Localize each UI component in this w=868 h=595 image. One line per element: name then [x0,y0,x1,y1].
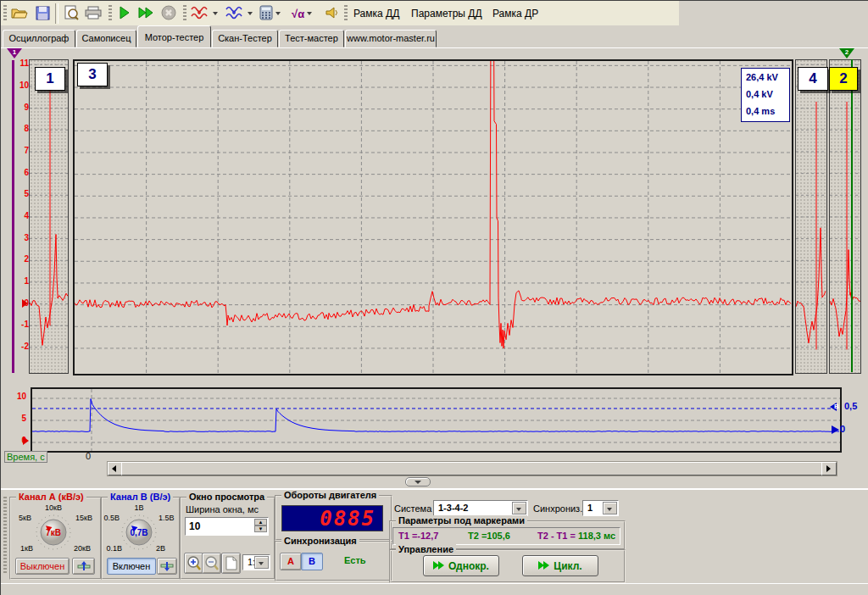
marker-params-panel: T1 =-12,7 T2 =105,6 T2 - T1 = 118,3 мс [392,527,620,545]
timeline-window[interactable] [31,387,842,453]
tab-scan-tester[interactable]: Скан-Тестер [212,30,278,47]
trace-zero-marker-icon[interactable] [832,425,839,434]
start-cycle-button[interactable] [136,3,158,25]
channel-a-knob[interactable]: 7кВ 10кВ 5кВ 15кВ 1кВ 20кВ [11,503,97,554]
channel-b-knob[interactable]: 0,7В 1В 0.5В 1.5В 0.1В 2В [103,503,175,554]
scroll-right-button[interactable] [821,462,837,475]
knob-b-scale-15: 1.5В [159,514,175,522]
cycle-run-button[interactable]: Цикл. [522,555,598,576]
system-label: Система [394,503,431,514]
single-run-button[interactable]: Однокр. [423,555,499,576]
sqrt-alpha-icon: √α [292,8,304,20]
zoom-out-icon [204,556,219,571]
zoom-ratio-combo[interactable]: 1:1 [242,554,270,570]
tab-website[interactable]: www.motor-master.ru [345,30,437,47]
channel-a-state-button[interactable]: Выключен [15,558,70,575]
save-button[interactable] [31,3,53,25]
tab-oscillograph[interactable]: Осциллограф [3,30,75,47]
channel-b-signal-button[interactable] [223,3,255,25]
channel-b-state-button[interactable]: Включен [107,558,156,575]
rpm-group: Обороты двигателя 0885 [275,495,392,541]
tab-recorder[interactable]: Самописец [76,30,136,47]
spin-down-icon[interactable]: ▼ [254,525,267,532]
double-play-icon [538,561,550,570]
readout-burn-kv: 26,4 kV [742,69,789,86]
cylinder-1-waveform [30,60,68,373]
zoom-out-button[interactable] [202,553,221,574]
combo-arrow-icon[interactable] [512,502,526,514]
math-function-button[interactable]: √α [290,3,322,25]
double-play-icon [433,561,445,570]
new-view-button[interactable] [221,553,241,574]
cylinder-label-2-selected[interactable]: 2 [829,67,858,91]
sync-num-combo[interactable]: 1 [582,500,619,516]
toolbar-separator [55,3,58,24]
control-group: Управление Однокр. Цикл. [389,549,626,583]
cylinder-window-2[interactable] [829,59,861,374]
stop-icon [161,5,176,22]
menu-ramka-dr[interactable]: Рамка ДР [487,7,543,21]
main-scope-window[interactable] [73,59,793,375]
channel-b-level-button[interactable] [157,558,177,575]
knob-a-scale-15: 15кВ [75,514,92,522]
zoom-in-button[interactable] [184,553,203,574]
threshold-marker-letter: В [834,403,839,410]
panel-collapse-button[interactable] [405,477,431,487]
combo-arrow-icon[interactable] [254,556,269,569]
channel-a-group: Канал А (кВ/э) 7кВ 10кВ 5кВ 15кВ 1кВ 20к… [9,497,102,580]
play-icon [118,6,131,21]
rpm-title: Обороты двигателя [281,490,379,500]
sync-status: Есть [344,555,366,565]
marker-t2-handle[interactable]: 2 [839,48,854,58]
cylinder-label-1[interactable]: 1 [35,67,65,91]
knob-b-scale-01: 0.1В [106,544,122,553]
speaker-icon [325,6,338,21]
window-width-input[interactable] [187,519,250,533]
panel-grip[interactable] [3,497,7,573]
window-width-spinner[interactable]: ▲ ▼ [254,519,267,532]
timeline-scrollbar[interactable] [107,461,837,476]
sound-button[interactable] [320,3,342,25]
knob-a-scale-5: 5кВ [19,514,31,522]
arrow-left-icon [112,465,116,472]
combo-arrow-icon[interactable] [603,502,617,514]
cylinder-window-1[interactable] [29,59,69,374]
view-window-group: Окно просмотра Ширина окна, мс ▲ ▼ 1:1 [180,497,275,580]
sync-channel-b-button[interactable]: В [301,553,323,570]
toolbar-grip[interactable] [108,5,112,22]
spin-up-icon[interactable]: ▲ [254,519,267,525]
toolbar-grip[interactable] [344,5,348,22]
dropdown-arrow-icon [248,12,253,15]
sync-channel-a-button[interactable]: А [280,553,302,570]
menu-ramka-dd[interactable]: Рамка ДД [348,7,404,21]
cylinder-label-3[interactable]: 3 [77,63,108,86]
tab-bar: Осциллограф Самописец Мотор-тестер Скан-… [1,26,868,47]
level-up-icon [77,561,91,571]
marker-dt-label: T2 - T1 = [537,531,576,541]
channel-a-title: Канал А (кВ/э) [16,492,86,502]
dropdown-arrow-icon [307,12,312,15]
cylinder-label-4[interactable]: 4 [798,67,828,91]
sync-num-label: Синхрониз. [533,503,582,514]
toolbar-grip[interactable] [183,5,186,22]
knob-a-scale-1: 1кВ [20,544,33,553]
channel-a-level-button[interactable] [72,558,95,575]
open-file-button[interactable] [8,3,31,25]
system-combo[interactable]: 1-3-4-2 [433,500,528,516]
tab-test-master[interactable]: Тест-мастер [279,30,344,47]
tab-motor-tester[interactable]: Мотор-тестер [137,25,211,47]
start-button[interactable] [114,3,136,25]
print-button[interactable] [82,3,104,25]
scrollbar-thumb[interactable] [121,462,823,475]
toolbar-grip[interactable] [3,5,7,22]
stop-button[interactable] [158,3,180,25]
marker-t2-line[interactable] [851,59,853,372]
scope-panel: 1 2 11109876543210-1-2 1 3 4 2 26,4 kV [1,47,868,489]
threshold-value-label: 0,5 [844,401,857,411]
calculator-button[interactable] [258,3,290,25]
print-preview-button[interactable] [60,3,82,25]
marker-t1-value: T1 =-12,7 [398,531,438,541]
cylinder-window-4[interactable] [795,59,827,374]
channel-a-signal-button[interactable] [188,3,220,25]
menu-parametry-dd[interactable]: Параметры ДД [406,7,487,21]
